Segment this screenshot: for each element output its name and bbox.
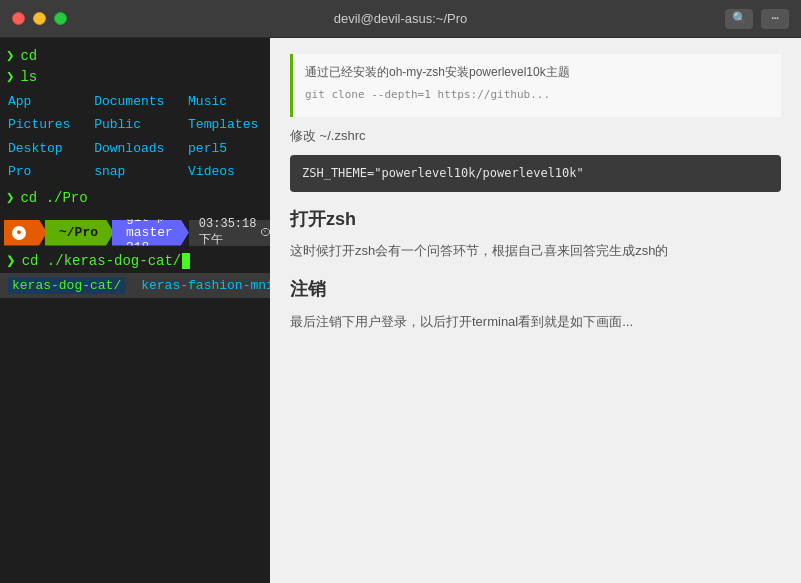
prompt-arrow-3: ❯: [6, 188, 14, 209]
close-button[interactable]: [12, 12, 25, 25]
ls-item: App: [8, 90, 76, 113]
time-label: 03:35:18 下午: [199, 217, 257, 248]
titlebar: devil@devil-asus:~/Pro 🔍 ⋯: [0, 0, 801, 38]
cmd-cdkeras: cd ./keras-dog-cat/: [22, 253, 182, 269]
window-title: devil@devil-asus:~/Pro: [334, 11, 468, 26]
term-line-cd: ❯ cd: [6, 46, 264, 67]
cd-keras-line: ❯ cd ./keras-dog-cat/: [0, 249, 270, 273]
section2-title: 注销: [290, 274, 781, 305]
ac-item-fashion[interactable]: keras-fashion-mnist/: [141, 278, 270, 293]
prompt-arrow-4: ❯: [6, 251, 16, 271]
ls-item: snap: [94, 160, 170, 183]
cmd-cd: cd: [20, 46, 37, 67]
cursor: [182, 253, 190, 269]
ls-item: perl5: [188, 137, 264, 160]
cmd-ls: ls: [20, 67, 37, 88]
top-notice: 通过已经安装的oh-my-zsh安装powerlevel10k主题 git cl…: [290, 54, 781, 117]
dir-segment: ~/Pro: [45, 220, 114, 246]
section2-body: 最后注销下用户登录，以后打开terminal看到就是如下画面...: [290, 311, 781, 333]
ls-output: App Documents Music Pictures Public Temp…: [6, 88, 264, 188]
time-segment: 03:35:18 下午 ⏲: [189, 220, 270, 246]
menu-button[interactable]: ⋯: [761, 9, 789, 29]
maximize-button[interactable]: [54, 12, 67, 25]
titlebar-controls: 🔍 ⋯: [725, 9, 789, 29]
ls-item: Downloads: [94, 137, 170, 160]
web-content: 通过已经安装的oh-my-zsh安装powerlevel10k主题 git cl…: [270, 38, 801, 543]
web-pane: 通过已经安装的oh-my-zsh安装powerlevel10k主题 git cl…: [270, 38, 801, 583]
ubuntu-icon: ●: [12, 226, 26, 240]
ls-item: Templates: [188, 113, 264, 136]
main-area: ❯ cd ❯ ls App Documents Music Pictures P…: [0, 38, 801, 583]
notice-text: 通过已经安装的oh-my-zsh安装powerlevel10k主题: [305, 62, 769, 82]
zsh-theme-cmd: ZSH_THEME="powerlevel10k/powerlevel10k": [302, 166, 584, 180]
git-segment: git ꞵ master ?18: [112, 220, 189, 246]
clone-cmd: git clone --depth=1 https://github...: [305, 86, 769, 105]
ls-item: Pictures: [8, 113, 76, 136]
terminal-content: ❯ cd ❯ ls App Documents Music Pictures P…: [0, 38, 270, 217]
term-line-ls: ❯ ls: [6, 67, 264, 88]
git-label: git ꞵ master ?18: [126, 210, 173, 255]
prompt-arrow: ❯: [6, 46, 14, 67]
zsh-theme-block: ZSH_THEME="powerlevel10k/powerlevel10k": [290, 155, 781, 191]
ls-item: Desktop: [8, 137, 76, 160]
modify-zshrc-label: 修改 ~/.zshrc: [290, 125, 781, 147]
search-icon: 🔍: [732, 11, 747, 26]
search-button[interactable]: 🔍: [725, 9, 753, 29]
section1-body: 这时候打开zsh会有一个问答环节，根据自己喜来回答完生成zsh的: [290, 240, 781, 262]
cmd-cdpro: cd ./Pro: [20, 188, 87, 209]
traffic-lights: [12, 12, 67, 25]
term-line-cdpro: ❯ cd ./Pro: [6, 188, 264, 209]
minimize-button[interactable]: [33, 12, 46, 25]
prompt-bar: ● ~/Pro git ꞵ master ?18 03:35:18 下午 ⏲: [0, 217, 270, 249]
ls-item: Public: [94, 113, 170, 136]
clock-icon: ⏲: [260, 225, 270, 240]
dir-label: ~/Pro: [59, 225, 98, 240]
ac-item-selected[interactable]: keras-dog-cat/: [8, 277, 125, 294]
autocomplete-dropdown: keras-dog-cat/ keras-fashion-mnist/ Kera…: [0, 273, 270, 298]
ls-item: Music: [188, 90, 264, 113]
terminal-pane[interactable]: ❯ cd ❯ ls App Documents Music Pictures P…: [0, 38, 270, 583]
ls-item: Videos: [188, 160, 264, 183]
ubuntu-segment: ●: [4, 220, 47, 246]
ls-item: Pro: [8, 160, 76, 183]
menu-icon: ⋯: [771, 11, 778, 26]
section1-title: 打开zsh: [290, 204, 781, 235]
prompt-arrow-2: ❯: [6, 67, 14, 88]
ls-item: Documents: [94, 90, 170, 113]
